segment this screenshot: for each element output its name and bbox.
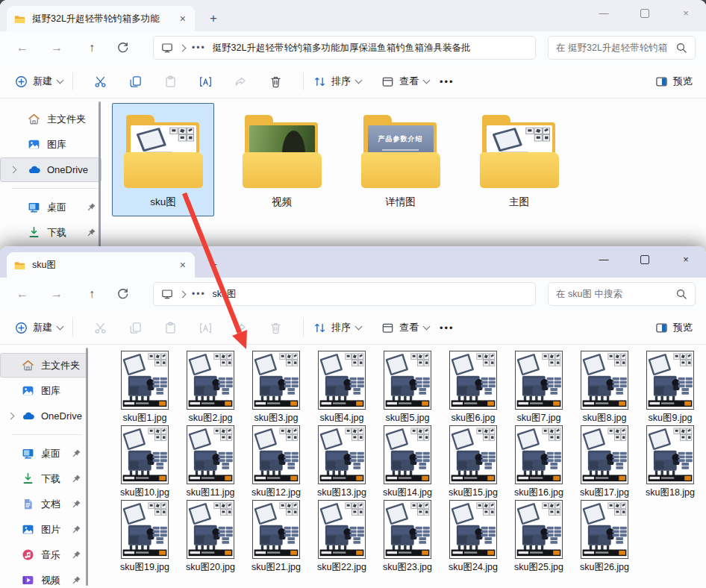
refresh-button[interactable]	[116, 42, 129, 54]
new-button[interactable]: 新建	[15, 321, 63, 334]
search-box[interactable]: 在 sku图 中搜索	[548, 282, 696, 306]
delete-button[interactable]	[258, 322, 293, 334]
new-tab-button[interactable]: +	[210, 12, 217, 25]
back-button[interactable]: ←	[13, 40, 31, 55]
minimize-button[interactable]: —	[599, 254, 609, 264]
maximize-button[interactable]	[640, 9, 649, 18]
file-tile[interactable]: sku图3.jpg	[243, 351, 309, 425]
sidebar-scrollbar[interactable]	[86, 348, 88, 586]
share-button[interactable]	[223, 322, 258, 334]
cut-button[interactable]	[83, 75, 118, 88]
folder-tile[interactable]: 视频	[231, 103, 333, 216]
cut-button[interactable]	[83, 322, 118, 334]
chevron-right-icon[interactable]	[10, 166, 17, 174]
up-button[interactable]: ↑	[83, 287, 101, 301]
more-options-icon[interactable]: •••	[440, 76, 454, 87]
view-button[interactable]: 查看	[381, 75, 429, 88]
sidebar-scrollbar[interactable]	[99, 101, 101, 251]
file-tile[interactable]: sku图19.jpg	[112, 500, 178, 575]
file-tile[interactable]: sku图2.jpg	[178, 351, 243, 425]
paste-button[interactable]	[153, 75, 188, 88]
copy-button[interactable]	[118, 75, 153, 88]
file-tile[interactable]: sku图11.jpg	[178, 425, 243, 500]
sidebar-item[interactable]: 音乐	[0, 542, 88, 567]
search-icon[interactable]	[675, 42, 687, 54]
folder-tile[interactable]: sku图	[112, 103, 214, 216]
paste-button[interactable]	[153, 322, 188, 334]
file-tile[interactable]: sku图9.jpg	[637, 351, 703, 425]
file-tile[interactable]: sku图7.jpg	[506, 351, 572, 425]
file-tile[interactable]: sku图26.jpg	[572, 500, 637, 575]
file-tile[interactable]: sku图10.jpg	[112, 425, 178, 500]
tab-close-icon[interactable]: ×	[178, 260, 187, 270]
search-placeholder[interactable]: 在 sku图 中搜索	[556, 288, 669, 301]
sidebar-item[interactable]: 下载	[0, 220, 101, 245]
file-tile[interactable]: sku图16.jpg	[506, 425, 572, 500]
forward-button[interactable]: →	[48, 287, 66, 301]
new-tab-button[interactable]: +	[210, 258, 217, 271]
tab-parent-folder[interactable]: 挺野32L升超轻带轮钓箱多功能 ×	[7, 6, 195, 31]
up-button[interactable]: ↑	[83, 40, 101, 55]
address-bar[interactable]: ••• 挺野32L升超轻带轮钓箱多功能加厚保温鱼箱钓鱼箱渔具装备批	[153, 36, 536, 60]
share-button[interactable]	[223, 75, 258, 88]
sidebar-item[interactable]: 主文件夹	[0, 107, 101, 131]
file-tile[interactable]: sku图17.jpg	[572, 425, 637, 500]
copy-button[interactable]	[118, 322, 153, 334]
sidebar-item[interactable]: 文档	[0, 492, 88, 516]
sidebar-item[interactable]: 视频	[0, 568, 88, 588]
file-tile[interactable]: sku图23.jpg	[375, 500, 440, 575]
breadcrumb-ellipsis-icon[interactable]: •••	[192, 289, 206, 299]
preview-toggle[interactable]: 预览	[655, 321, 693, 334]
file-tile[interactable]: sku图12.jpg	[243, 425, 309, 500]
preview-toggle[interactable]: 预览	[655, 75, 693, 88]
sort-button[interactable]: 排序	[313, 321, 361, 334]
minimize-button[interactable]: —	[599, 8, 609, 18]
breadcrumb[interactable]: sku图	[213, 288, 528, 301]
search-icon[interactable]	[675, 288, 687, 300]
file-tile[interactable]: sku图18.jpg	[637, 425, 703, 500]
new-button[interactable]: 新建	[15, 75, 63, 88]
rename-button[interactable]	[188, 322, 223, 334]
file-tile[interactable]: sku图25.jpg	[506, 500, 572, 575]
sidebar-item[interactable]: 下载	[0, 466, 88, 491]
close-button[interactable]: ×	[681, 254, 691, 264]
file-tile[interactable]: sku图4.jpg	[309, 351, 375, 425]
sidebar-item[interactable]: 主文件夹	[0, 353, 88, 378]
folder-tile[interactable]: 主图	[468, 103, 570, 216]
search-placeholder[interactable]: 在 挺野32L升超轻带轮钓箱 中搜索	[556, 42, 669, 54]
file-tile[interactable]: sku图6.jpg	[440, 351, 506, 425]
file-tile[interactable]: sku图21.jpg	[243, 500, 309, 575]
close-button[interactable]: ×	[681, 8, 691, 18]
forward-button[interactable]: →	[48, 40, 66, 55]
sort-button[interactable]: 排序	[313, 75, 361, 88]
sidebar-item[interactable]: OneDrive	[0, 404, 88, 428]
file-tile[interactable]: sku图1.jpg	[112, 351, 178, 425]
breadcrumb-ellipsis-icon[interactable]: •••	[192, 43, 206, 53]
file-tile[interactable]: sku图15.jpg	[440, 425, 506, 500]
sidebar-item[interactable]: 桌面	[0, 195, 101, 219]
sidebar-item[interactable]: OneDrive	[0, 157, 101, 182]
rename-button[interactable]	[188, 75, 223, 88]
file-tile[interactable]: sku图22.jpg	[309, 500, 375, 575]
this-pc-icon[interactable]	[161, 42, 173, 54]
file-tile[interactable]: sku图14.jpg	[375, 425, 440, 500]
file-tile[interactable]: sku图13.jpg	[309, 425, 375, 500]
address-bar[interactable]: ••• sku图	[153, 282, 536, 306]
file-tile[interactable]: sku图24.jpg	[440, 500, 506, 575]
file-tile[interactable]: sku图5.jpg	[375, 351, 440, 425]
sidebar-item[interactable]: 桌面	[0, 441, 88, 466]
maximize-button[interactable]	[640, 255, 649, 264]
tab-close-icon[interactable]: ×	[178, 13, 187, 24]
refresh-button[interactable]	[116, 288, 129, 301]
chevron-right-icon[interactable]	[7, 413, 15, 420]
view-button[interactable]: 查看	[381, 321, 429, 334]
sidebar-item[interactable]: 图库	[0, 378, 88, 403]
more-options-icon[interactable]: •••	[440, 322, 454, 334]
search-box[interactable]: 在 挺野32L升超轻带轮钓箱 中搜索	[548, 36, 696, 60]
this-pc-icon[interactable]	[161, 288, 173, 300]
delete-button[interactable]	[258, 75, 293, 88]
folder-tile[interactable]: 产品参数介绍 详情图	[349, 103, 452, 216]
file-tile[interactable]: sku图20.jpg	[178, 500, 243, 575]
sidebar-item[interactable]: 图库	[0, 132, 101, 157]
tab-sku-folder[interactable]: sku图 ×	[7, 252, 195, 278]
